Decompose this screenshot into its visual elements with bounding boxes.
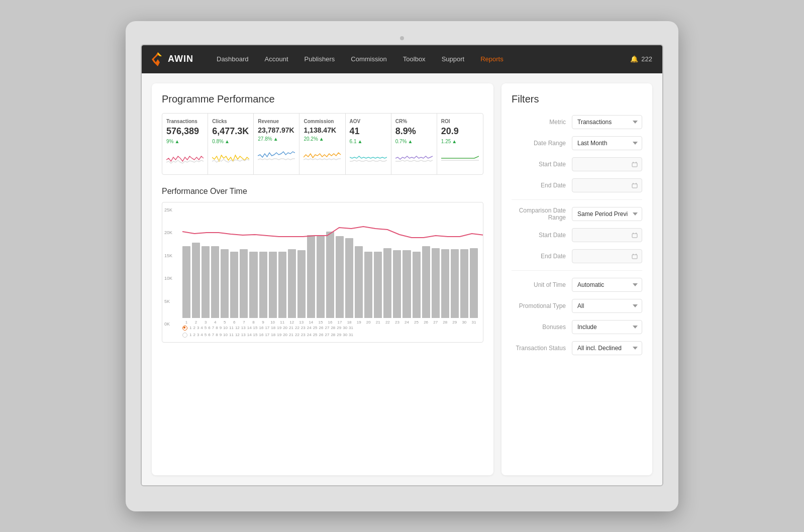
metric-label: CR% [395,119,433,124]
metric-change: 27.8% ▲ [258,136,295,142]
nav-support[interactable]: Support [434,45,473,73]
bar [470,248,478,318]
radio-row-2: 1234567891011121314151617181920212223242… [182,332,478,339]
bar [297,250,306,317]
radio-num: 22 [295,326,299,330]
radio-row-1: 1234567891011121314151617181920212223242… [182,325,478,332]
x-label: 3 [202,320,210,325]
bar [345,238,353,317]
radio-num: 7 [212,326,214,330]
x-label: 23 [393,320,401,325]
radio-button[interactable] [182,326,187,331]
filter-label: Date Range [512,140,572,147]
metric-label: Transactions [166,119,204,124]
metric-label: Revenue [258,119,295,124]
bar [278,252,286,318]
x-label: 31 [470,320,478,325]
metric-card-roi: ROI 20.9 1.25 ▲ [437,114,483,174]
bar [393,250,401,317]
bar [307,235,315,318]
unit-of-time-select[interactable]: Automatic [572,278,642,292]
nav-toolbox[interactable]: Toolbox [395,45,434,73]
metric-card-clicks: Clicks 6,477.3K 0.8% ▲ [208,114,254,174]
radio-num: 5 [205,326,207,330]
radio-num: 14 [247,326,252,330]
end-date-input[interactable] [572,178,642,192]
radio-button[interactable] [182,333,187,338]
svg-marker-1 [158,52,162,56]
radio-num: 3 [197,333,199,337]
transaction-status-select[interactable]: All incl. Declined [572,341,642,355]
x-label: 1 [182,320,190,325]
up-arrow-icon: ▲ [408,139,413,144]
x-label: 17 [336,320,344,325]
main-content: Programme Performance Transactions 576,3… [142,73,662,485]
comp-start-date-input[interactable] [572,228,642,242]
up-arrow-icon: ▲ [273,136,278,142]
x-label: 8 [249,320,257,325]
bar [460,249,468,317]
radio-num: 6 [208,333,210,337]
radio-num: 4 [200,333,203,337]
radio-num: 31 [349,326,353,330]
chart-title: Performance Over Time [162,187,483,196]
x-label: 30 [460,320,468,325]
radio-num: 20 [283,326,287,330]
metric-change: 1.25 ▲ [441,139,479,144]
logo[interactable]: AWIN [152,52,193,66]
nav-account[interactable]: Account [257,45,296,73]
nav-reports[interactable]: Reports [472,45,512,73]
filter-row-date-range: Date Range Last Month [512,136,642,150]
filter-row-comp-start: Start Date [512,228,642,242]
promo-type-select[interactable]: All [572,299,642,313]
metric-value: 23,787.97K [258,126,295,134]
x-label: 24 [403,320,411,325]
metric-change: 0.8% ▲ [212,139,249,144]
radio-num: 28 [331,326,335,330]
filter-control [572,249,642,263]
radio-num: 24 [307,326,312,330]
filter-label: Start Date [512,232,572,239]
filter-control: Same Period Previous Year [572,207,642,221]
radio-num: 2 [193,326,195,330]
filter-label: Metric [512,119,572,126]
navbar: AWIN Dashboard Account Publishers Commis… [142,45,662,73]
nav-commission[interactable]: Commission [343,45,395,73]
radio-num: 8 [216,333,218,337]
radio-num: 30 [343,333,347,337]
metric-label: AOV [350,119,387,124]
filter-control: All [572,299,642,313]
metric-select[interactable]: Transactions [572,115,642,129]
radio-num: 17 [265,326,269,330]
filter-control: Include [572,320,642,334]
comparison-date-range-select[interactable]: Same Period Previous Year [572,207,642,221]
metric-card-commission: Commission 1,138.47K 20.2% ▲ [299,114,345,174]
bar [374,252,382,318]
metric-value: 576,389 [166,126,204,137]
bonuses-select[interactable]: Include [572,320,642,334]
nav-dashboard[interactable]: Dashboard [209,45,257,73]
y-label: 25K [164,207,172,212]
x-label: 27 [432,320,440,325]
x-label: 18 [345,320,353,325]
y-label: 5K [164,299,172,304]
up-arrow-icon: ▲ [319,136,324,142]
bar [230,252,238,318]
metric-change: 20.2% ▲ [304,136,341,142]
date-range-select[interactable]: Last Month [572,136,642,150]
x-label: 19 [355,320,363,325]
radio-num: 29 [337,326,341,330]
left-panel: Programme Performance Transactions 576,3… [152,83,493,475]
bar [240,249,248,317]
x-label: 4 [211,320,219,325]
radio-num: 19 [277,326,281,330]
up-arrow-icon: ▲ [174,139,179,144]
comp-end-date-input[interactable] [572,249,642,263]
navbar-right: 🔔 222 [630,55,652,63]
filters-title: Filters [512,93,642,105]
x-label: 7 [240,320,248,325]
radio-num: 9 [220,326,222,330]
start-date-input[interactable] [572,157,642,171]
radio-num: 23 [301,326,306,330]
nav-publishers[interactable]: Publishers [296,45,343,73]
